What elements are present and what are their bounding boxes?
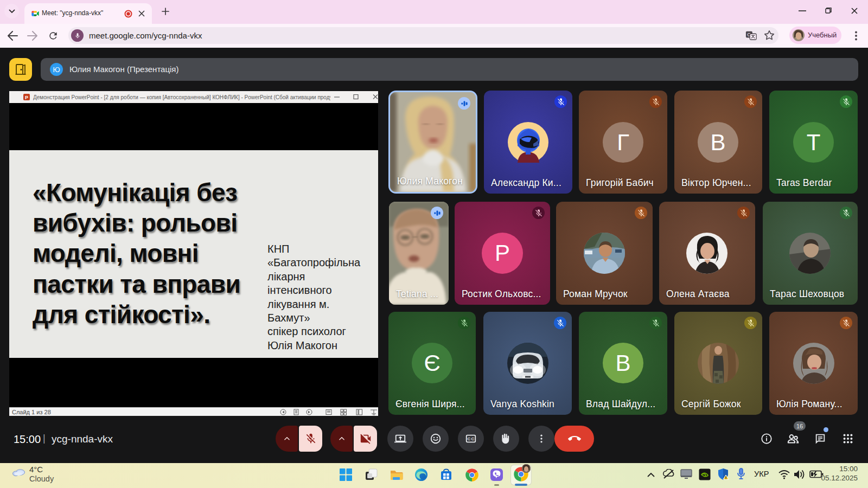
svg-text:C: C bbox=[468, 436, 471, 441]
svg-text:C: C bbox=[471, 436, 474, 441]
svg-text:P: P bbox=[25, 95, 28, 100]
